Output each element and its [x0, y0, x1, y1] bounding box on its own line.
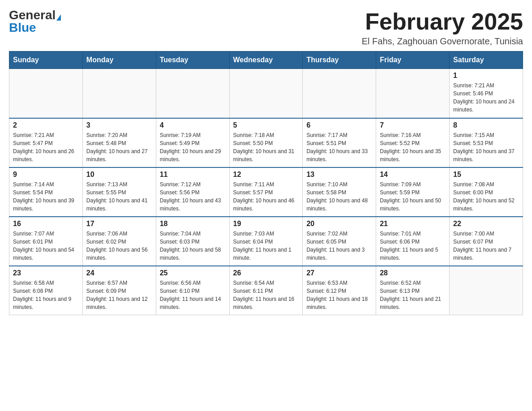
calendar-day-cell: 13Sunrise: 7:10 AM Sunset: 5:58 PM Dayli…	[303, 167, 376, 217]
calendar-day-cell: 25Sunrise: 6:56 AM Sunset: 6:10 PM Dayli…	[156, 266, 229, 315]
day-number: 9	[13, 171, 79, 179]
day-number: 18	[160, 220, 226, 228]
day-number: 13	[306, 171, 372, 179]
calendar-weekday-thursday: Thursday	[303, 51, 376, 69]
calendar-week-row: 23Sunrise: 6:58 AM Sunset: 6:08 PM Dayli…	[9, 266, 523, 315]
day-number: 1	[453, 72, 519, 80]
calendar-weekday-friday: Friday	[376, 51, 450, 69]
calendar-day-cell: 27Sunrise: 6:53 AM Sunset: 6:12 PM Dayli…	[303, 266, 376, 315]
day-info: Sunrise: 7:03 AM Sunset: 6:04 PM Dayligh…	[233, 230, 299, 262]
calendar-day-cell: 7Sunrise: 7:16 AM Sunset: 5:52 PM Daylig…	[376, 118, 450, 167]
day-info: Sunrise: 7:20 AM Sunset: 5:48 PM Dayligh…	[86, 131, 152, 163]
day-number: 4	[160, 121, 226, 129]
calendar-day-cell: 18Sunrise: 7:04 AM Sunset: 6:03 PM Dayli…	[156, 217, 229, 266]
day-info: Sunrise: 7:21 AM Sunset: 5:47 PM Dayligh…	[13, 131, 79, 163]
day-info: Sunrise: 7:14 AM Sunset: 5:54 PM Dayligh…	[13, 180, 79, 213]
calendar-day-cell: 11Sunrise: 7:12 AM Sunset: 5:56 PM Dayli…	[156, 167, 229, 217]
calendar-day-cell: 2Sunrise: 7:21 AM Sunset: 5:47 PM Daylig…	[9, 118, 83, 167]
day-info: Sunrise: 7:18 AM Sunset: 5:50 PM Dayligh…	[233, 131, 299, 163]
calendar-day-cell: 23Sunrise: 6:58 AM Sunset: 6:08 PM Dayli…	[9, 266, 83, 315]
day-info: Sunrise: 7:21 AM Sunset: 5:46 PM Dayligh…	[453, 81, 519, 114]
day-number: 28	[380, 269, 446, 277]
calendar-day-cell: 22Sunrise: 7:00 AM Sunset: 6:07 PM Dayli…	[450, 217, 523, 266]
calendar-day-cell: 17Sunrise: 7:06 AM Sunset: 6:02 PM Dayli…	[82, 217, 156, 266]
day-number: 27	[306, 269, 372, 277]
calendar-day-cell: 16Sunrise: 7:07 AM Sunset: 6:01 PM Dayli…	[9, 217, 83, 266]
day-info: Sunrise: 7:09 AM Sunset: 5:59 PM Dayligh…	[380, 180, 446, 213]
page-header: General Blue February 2025 El Fahs, Zagh…	[9, 9, 523, 47]
day-number: 24	[86, 269, 152, 277]
calendar-week-row: 1Sunrise: 7:21 AM Sunset: 5:46 PM Daylig…	[9, 69, 523, 118]
calendar-day-cell: 6Sunrise: 7:17 AM Sunset: 5:51 PM Daylig…	[303, 118, 376, 167]
day-info: Sunrise: 7:06 AM Sunset: 6:02 PM Dayligh…	[86, 230, 152, 262]
calendar-day-cell	[82, 69, 156, 118]
calendar-day-cell: 20Sunrise: 7:02 AM Sunset: 6:05 PM Dayli…	[303, 217, 376, 266]
day-info: Sunrise: 7:19 AM Sunset: 5:49 PM Dayligh…	[160, 131, 226, 163]
calendar-day-cell: 28Sunrise: 6:52 AM Sunset: 6:13 PM Dayli…	[376, 266, 450, 315]
calendar-day-cell: 26Sunrise: 6:54 AM Sunset: 6:11 PM Dayli…	[229, 266, 303, 315]
day-info: Sunrise: 7:07 AM Sunset: 6:01 PM Dayligh…	[13, 230, 79, 262]
day-info: Sunrise: 7:02 AM Sunset: 6:05 PM Dayligh…	[306, 230, 372, 262]
calendar-day-cell: 9Sunrise: 7:14 AM Sunset: 5:54 PM Daylig…	[9, 167, 83, 217]
calendar-day-cell	[156, 69, 229, 118]
calendar-day-cell: 19Sunrise: 7:03 AM Sunset: 6:04 PM Dayli…	[229, 217, 303, 266]
day-info: Sunrise: 6:58 AM Sunset: 6:08 PM Dayligh…	[13, 279, 79, 311]
day-info: Sunrise: 6:56 AM Sunset: 6:10 PM Dayligh…	[160, 279, 226, 311]
day-number: 26	[233, 269, 299, 277]
day-number: 10	[86, 171, 152, 179]
calendar-day-cell	[9, 69, 83, 118]
day-info: Sunrise: 6:53 AM Sunset: 6:12 PM Dayligh…	[306, 279, 372, 311]
day-info: Sunrise: 7:16 AM Sunset: 5:52 PM Dayligh…	[380, 131, 446, 163]
day-info: Sunrise: 7:04 AM Sunset: 6:03 PM Dayligh…	[160, 230, 226, 262]
day-number: 15	[453, 171, 519, 179]
month-title: February 2025	[362, 9, 523, 34]
logo-triangle-icon	[56, 14, 61, 21]
day-info: Sunrise: 7:10 AM Sunset: 5:58 PM Dayligh…	[306, 180, 372, 213]
calendar-day-cell	[303, 69, 376, 118]
day-number: 14	[380, 171, 446, 179]
calendar-day-cell: 12Sunrise: 7:11 AM Sunset: 5:57 PM Dayli…	[229, 167, 303, 217]
calendar-day-cell: 10Sunrise: 7:13 AM Sunset: 5:55 PM Dayli…	[82, 167, 156, 217]
calendar-day-cell	[450, 266, 523, 315]
calendar-day-cell: 8Sunrise: 7:15 AM Sunset: 5:53 PM Daylig…	[450, 118, 523, 167]
day-number: 16	[13, 220, 79, 228]
day-number: 19	[233, 220, 299, 228]
day-info: Sunrise: 7:13 AM Sunset: 5:55 PM Dayligh…	[86, 180, 152, 213]
day-info: Sunrise: 6:57 AM Sunset: 6:09 PM Dayligh…	[86, 279, 152, 311]
day-number: 12	[233, 171, 299, 179]
logo-blue-text: Blue	[9, 21, 36, 34]
calendar-weekday-saturday: Saturday	[450, 51, 523, 69]
day-number: 5	[233, 121, 299, 129]
day-info: Sunrise: 7:11 AM Sunset: 5:57 PM Dayligh…	[233, 180, 299, 213]
day-number: 8	[453, 121, 519, 129]
day-info: Sunrise: 7:00 AM Sunset: 6:07 PM Dayligh…	[453, 230, 519, 262]
day-number: 2	[13, 121, 79, 129]
calendar-day-cell: 14Sunrise: 7:09 AM Sunset: 5:59 PM Dayli…	[376, 167, 450, 217]
day-number: 20	[306, 220, 372, 228]
day-number: 23	[13, 269, 79, 277]
day-number: 22	[453, 220, 519, 228]
day-info: Sunrise: 7:15 AM Sunset: 5:53 PM Dayligh…	[453, 131, 519, 163]
title-section: February 2025 El Fahs, Zaghouan Governor…	[362, 9, 523, 47]
calendar-day-cell: 1Sunrise: 7:21 AM Sunset: 5:46 PM Daylig…	[450, 69, 523, 118]
calendar-day-cell	[376, 69, 450, 118]
day-number: 11	[160, 171, 226, 179]
calendar-weekday-wednesday: Wednesday	[229, 51, 303, 69]
calendar-day-cell: 5Sunrise: 7:18 AM Sunset: 5:50 PM Daylig…	[229, 118, 303, 167]
logo: General Blue	[9, 9, 61, 34]
location: El Fahs, Zaghouan Governorate, Tunisia	[362, 36, 523, 47]
calendar-day-cell: 15Sunrise: 7:08 AM Sunset: 6:00 PM Dayli…	[450, 167, 523, 217]
logo-general-text: General	[9, 8, 56, 22]
calendar-day-cell: 21Sunrise: 7:01 AM Sunset: 6:06 PM Dayli…	[376, 217, 450, 266]
calendar-weekday-tuesday: Tuesday	[156, 51, 229, 69]
day-number: 6	[306, 121, 372, 129]
calendar-weekday-sunday: Sunday	[9, 51, 83, 69]
calendar-weekday-monday: Monday	[82, 51, 156, 69]
day-number: 17	[86, 220, 152, 228]
calendar-week-row: 9Sunrise: 7:14 AM Sunset: 5:54 PM Daylig…	[9, 167, 523, 217]
calendar-day-cell: 3Sunrise: 7:20 AM Sunset: 5:48 PM Daylig…	[82, 118, 156, 167]
calendar-header-row: SundayMondayTuesdayWednesdayThursdayFrid…	[9, 51, 523, 69]
day-info: Sunrise: 7:08 AM Sunset: 6:00 PM Dayligh…	[453, 180, 519, 213]
day-number: 3	[86, 121, 152, 129]
day-number: 25	[160, 269, 226, 277]
